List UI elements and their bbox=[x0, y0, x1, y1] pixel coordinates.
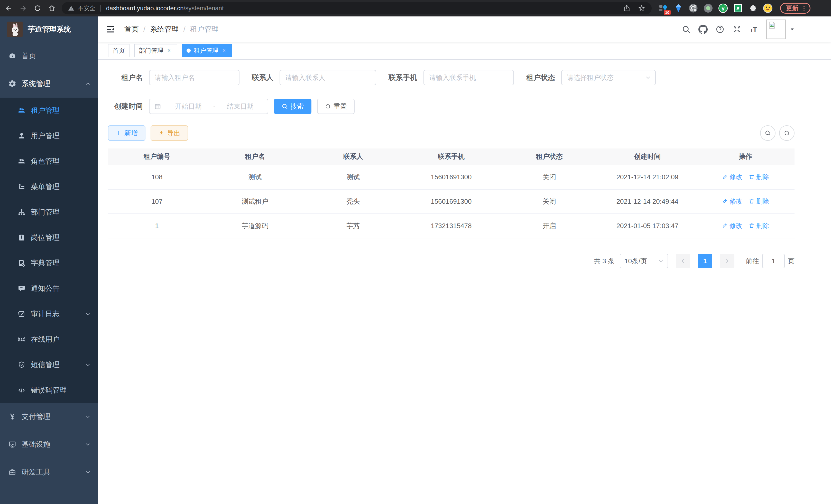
extension-green-square-icon[interactable] bbox=[733, 4, 743, 13]
mobile-input[interactable] bbox=[424, 70, 514, 85]
contact-input[interactable] bbox=[280, 70, 376, 85]
sidebar-item-7[interactable]: 岗位管理 bbox=[0, 225, 98, 250]
forward-icon[interactable] bbox=[18, 3, 29, 14]
cell-mobile: 15601691300 bbox=[402, 165, 500, 189]
yuan-icon bbox=[8, 413, 17, 421]
sidebar-item-15[interactable]: 基础设施 bbox=[0, 431, 98, 458]
delete-link[interactable]: 删除 bbox=[748, 173, 769, 181]
edit-link[interactable]: 修改 bbox=[722, 173, 742, 181]
sidebar-item-12[interactable]: 短信管理 bbox=[0, 352, 98, 377]
cell-id: 107 bbox=[108, 189, 206, 214]
create-time-range-picker[interactable]: 开始日期 - 结束日期 bbox=[149, 99, 268, 114]
edit-link[interactable]: 修改 bbox=[722, 197, 742, 206]
breadcrumb-item-0[interactable]: 首页 bbox=[124, 24, 139, 34]
extensions-puzzle-icon[interactable] bbox=[748, 4, 757, 13]
back-icon[interactable] bbox=[3, 3, 15, 14]
sidebar-item-0[interactable]: 首页 bbox=[0, 42, 98, 70]
delete-link[interactable]: 删除 bbox=[748, 197, 769, 206]
table-toolbar: 新增 导出 bbox=[108, 125, 795, 141]
extension-sketch-icon[interactable]: 10 bbox=[659, 4, 668, 13]
browser-nav-buttons bbox=[3, 3, 58, 14]
browser-update-button[interactable]: 更新 bbox=[780, 3, 810, 13]
toggle-search-button[interactable] bbox=[760, 125, 775, 141]
home-icon[interactable] bbox=[46, 3, 58, 14]
extension-command-icon[interactable] bbox=[689, 4, 698, 13]
tenant-name-label: 租户名 bbox=[108, 73, 143, 83]
tab-0[interactable]: 首页 bbox=[108, 44, 130, 57]
chevron-up-icon bbox=[85, 81, 91, 87]
sidebar-item-14[interactable]: 支付管理 bbox=[0, 403, 98, 431]
close-icon[interactable]: × bbox=[166, 47, 173, 54]
toolbox-icon bbox=[8, 468, 17, 476]
extension-recorder-icon[interactable] bbox=[704, 4, 713, 13]
add-button[interactable]: 新增 bbox=[108, 125, 145, 141]
breadcrumb: 首页/系统管理/租户管理 bbox=[124, 24, 219, 34]
sidebar-item-label: 短信管理 bbox=[31, 360, 60, 369]
breadcrumb-item-1[interactable]: 系统管理 bbox=[150, 24, 179, 34]
delete-link[interactable]: 删除 bbox=[748, 221, 769, 230]
update-label: 更新 bbox=[786, 4, 798, 12]
security-warning-icon[interactable] bbox=[68, 5, 75, 11]
delete-icon bbox=[748, 223, 755, 229]
sidebar-item-5[interactable]: 菜单管理 bbox=[0, 174, 98, 199]
sidebar-item-10[interactable]: 审计日志 bbox=[0, 301, 98, 326]
cell-contact: 秃头 bbox=[304, 189, 402, 214]
refresh-table-button[interactable] bbox=[779, 125, 795, 141]
cell-status: 关闭 bbox=[500, 165, 598, 189]
app-logo-row[interactable]: 芋道管理系统 bbox=[0, 17, 98, 42]
extension-gem-icon[interactable] bbox=[674, 4, 683, 13]
fullscreen-icon[interactable] bbox=[732, 25, 742, 34]
tenant-name-input[interactable] bbox=[149, 70, 239, 85]
github-icon[interactable] bbox=[698, 25, 708, 34]
screen: 不安全 dashboard.yudao.iocoder.cn/system/te… bbox=[0, 0, 831, 504]
profile-avatar-icon[interactable] bbox=[763, 4, 772, 13]
tab-label: 租户管理 bbox=[194, 47, 219, 55]
sidebar-item-11[interactable]: 在线用户 bbox=[0, 326, 98, 352]
menu-tree-icon bbox=[18, 183, 26, 191]
reload-icon[interactable] bbox=[32, 3, 43, 14]
avatar-caret-icon[interactable] bbox=[790, 26, 795, 32]
sidebar-item-16[interactable]: 研发工具 bbox=[0, 458, 98, 486]
sidebar-item-label: 错误码管理 bbox=[31, 385, 67, 395]
sidebar-item-2[interactable]: 租户管理 bbox=[0, 98, 98, 123]
reset-button[interactable]: 重置 bbox=[317, 99, 354, 114]
contact-label: 联系人 bbox=[252, 73, 274, 83]
font-size-icon[interactable]: TT bbox=[749, 25, 758, 34]
sidebar-item-1[interactable]: 系统管理 bbox=[0, 70, 98, 98]
column-header: 租户编号 bbox=[108, 148, 206, 165]
search-button[interactable]: 搜索 bbox=[274, 99, 311, 114]
user-avatar[interactable] bbox=[766, 20, 786, 39]
close-icon[interactable]: × bbox=[221, 47, 228, 54]
chevron-down-icon bbox=[85, 414, 91, 420]
tab-1[interactable]: 部门管理× bbox=[134, 44, 177, 57]
org-tree-icon bbox=[18, 208, 26, 216]
extension-y-icon[interactable]: y bbox=[718, 4, 728, 13]
browser-address-bar[interactable]: 不安全 dashboard.yudao.iocoder.cn/system/te… bbox=[62, 2, 652, 14]
sidebar-item-4[interactable]: 角色管理 bbox=[0, 148, 98, 174]
sidebar-item-3[interactable]: 用户管理 bbox=[0, 123, 98, 148]
help-icon[interactable] bbox=[715, 25, 725, 34]
sidebar-item-8[interactable]: 字典管理 bbox=[0, 250, 98, 276]
sidebar-item-6[interactable]: 部门管理 bbox=[0, 199, 98, 225]
prev-page-button[interactable] bbox=[676, 254, 690, 268]
tenant-status-select[interactable]: 请选择租户状态 bbox=[561, 70, 656, 85]
page-number-1[interactable]: 1 bbox=[698, 254, 712, 268]
export-button[interactable]: 导出 bbox=[150, 125, 188, 141]
goto-page-input[interactable] bbox=[762, 254, 785, 268]
cell-contact: 芋艿 bbox=[304, 214, 402, 238]
sidebar-item-13[interactable]: 错误码管理 bbox=[0, 377, 98, 403]
bookmark-star-icon[interactable] bbox=[638, 4, 646, 12]
main-area: 首页/系统管理/租户管理 TT 首页部门管理×租户管理× bbox=[98, 17, 831, 504]
page-size-select[interactable]: 10条/页 bbox=[620, 254, 668, 268]
edit-link[interactable]: 修改 bbox=[722, 221, 742, 230]
search-icon bbox=[282, 103, 288, 110]
next-page-button[interactable] bbox=[720, 254, 735, 268]
column-header: 租户状态 bbox=[500, 148, 598, 165]
browser-menu-icon[interactable] bbox=[800, 5, 808, 12]
sidebar-toggle-icon[interactable] bbox=[105, 24, 116, 34]
share-icon[interactable] bbox=[623, 4, 631, 12]
header-search-icon[interactable] bbox=[682, 25, 691, 34]
sidebar-item-9[interactable]: 通知公告 bbox=[0, 276, 98, 301]
status-placeholder: 请选择租户状态 bbox=[567, 73, 645, 82]
tab-2[interactable]: 租户管理× bbox=[182, 44, 232, 57]
